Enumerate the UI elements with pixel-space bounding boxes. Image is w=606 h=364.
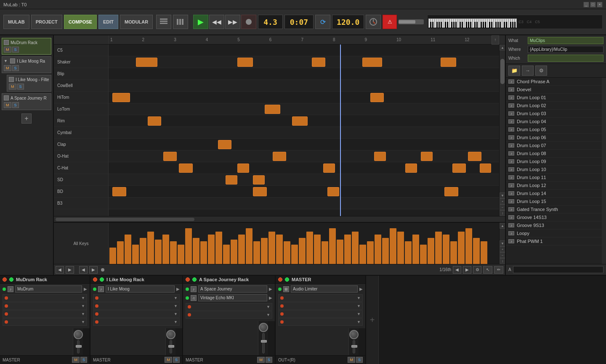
seq-row-c-hat[interactable] [109, 162, 499, 174]
add-rack-button[interactable]: + [21, 113, 32, 124]
space-fader-thumb[interactable] [261, 340, 267, 343]
piano-fit[interactable]: ↕ [500, 258, 505, 264]
moog-fader-track[interactable] [170, 340, 172, 353]
seq-block-8-0[interactable] [218, 140, 231, 149]
space-mute-footer[interactable]: M [257, 357, 265, 363]
forward-button[interactable]: ▶▶ [225, 15, 240, 29]
rp-list-item-4[interactable]: ♪Drum Loop 03 [506, 110, 602, 118]
seq-block-1-4[interactable] [441, 58, 456, 67]
seq-block-1-2[interactable] [312, 58, 325, 67]
rack-item-mudrum[interactable]: MuDrum Rack M S [2, 38, 51, 55]
rack-item-moog-filter[interactable]: I Like Moog - Filte M S [7, 75, 51, 92]
master-knob[interactable] [349, 330, 359, 339]
moog-knob[interactable] [166, 330, 175, 339]
master-solo-footer[interactable]: S [356, 357, 363, 363]
master-fader-track[interactable] [353, 340, 355, 353]
time-display[interactable]: 0:07 [284, 15, 314, 29]
solo-btn-moog-filter[interactable]: S [17, 84, 24, 90]
mudrum-fader-thumb[interactable] [76, 345, 82, 348]
seq-block-1-3[interactable] [362, 58, 382, 67]
seq-row-cymbal[interactable] [109, 127, 499, 139]
master-empty-arrow1[interactable]: ▼ [357, 296, 361, 300]
pencil-tool-btn[interactable]: ✏ [494, 266, 503, 274]
rp-list-item-20[interactable]: ♪Phat PWM 1 [506, 237, 602, 245]
seq-block-10-3[interactable] [405, 164, 417, 173]
seq-block-1-1[interactable] [237, 58, 253, 67]
maximize-btn[interactable]: □ [590, 2, 596, 8]
moog-empty-arrow2[interactable]: ▼ [174, 304, 178, 308]
scroll-thumb[interactable] [500, 59, 505, 84]
seq-row-clap[interactable] [109, 139, 499, 150]
piano-roll-grid[interactable] [109, 223, 499, 264]
position-display[interactable]: 4.3 [258, 15, 283, 29]
rp-search-input[interactable] [513, 266, 603, 273]
record-button[interactable] [241, 15, 256, 29]
seq-block-12-0[interactable] [112, 187, 126, 196]
mini-piano[interactable]: .pk { display:inline-block; } .pkw { wid… [427, 15, 603, 29]
piano-grid-icon[interactable] [156, 15, 171, 29]
play-button[interactable]: ▶ [193, 15, 208, 29]
master-mute-footer[interactable]: M [348, 357, 355, 363]
rp-list-item-8[interactable]: ♪Drum Loop 07 [506, 142, 602, 150]
seq-row-rim[interactable] [109, 115, 499, 127]
where-input[interactable] [528, 46, 603, 53]
mulab-button[interactable]: MULAB [3, 15, 29, 29]
seq-block-1-0[interactable] [136, 58, 157, 67]
empty-arrow4[interactable]: ▼ [81, 320, 85, 324]
rp-settings-icon[interactable]: ⚙ [535, 66, 547, 76]
rp-list-item-12[interactable]: ♪Drum Loop 11 [506, 174, 602, 182]
mudrum-fader-track[interactable] [77, 340, 80, 353]
rewind-button[interactable]: ◀◀ [209, 15, 224, 29]
ch-expand-moog[interactable]: ▶ [176, 287, 180, 291]
moog-solo-footer[interactable]: S [173, 357, 180, 363]
seq-scrollbar-thumb[interactable] [56, 218, 194, 221]
rp-list-item-0[interactable]: ♪Chord Phrase A [506, 78, 602, 86]
rp-list-item-17[interactable]: ♪Groove 14S13 [506, 214, 602, 222]
seq-row-shaker[interactable] [109, 56, 499, 68]
rp-list-item-9[interactable]: ♪Drum Loop 08 [506, 150, 602, 158]
seq-loop-dot[interactable] [101, 268, 104, 272]
solo-btn-moog[interactable]: S [12, 65, 19, 71]
rp-list-item-18[interactable]: ♪Groove 9S13 [506, 222, 602, 229]
seq-block-9-4[interactable] [468, 152, 481, 161]
mute-btn-mudrum[interactable]: M [4, 47, 11, 53]
metronome-button[interactable] [366, 15, 381, 29]
prev-loop-btn[interactable]: ◀ [453, 266, 461, 274]
seq-next2-btn[interactable]: ▶ [89, 266, 98, 274]
seq-row-sd[interactable] [109, 174, 499, 186]
empty-arrow3[interactable]: ▼ [81, 312, 85, 316]
piano-scroll-down[interactable]: ▼ [500, 240, 505, 246]
seq-block-10-2[interactable] [323, 164, 335, 173]
project-button[interactable]: PROJECT [31, 15, 62, 29]
seq-block-6-0[interactable] [148, 116, 161, 126]
space-solo-footer[interactable]: S [266, 357, 272, 363]
piano-zoom-in[interactable]: + [500, 246, 505, 252]
space-empty-arrow1[interactable]: ▼ [266, 305, 270, 309]
rp-arrow-icon[interactable]: → [522, 66, 534, 76]
seq-block-11-0[interactable] [226, 175, 237, 185]
zoom-out-btn[interactable]: − [500, 204, 505, 210]
edit-button[interactable]: EDIT [98, 15, 118, 29]
ch-expand-vintage[interactable]: ▶ [269, 295, 272, 300]
scroll-down-icon[interactable]: ▼ [500, 193, 505, 198]
mudrum-solo-footer[interactable]: S [80, 357, 87, 363]
rp-scrollbar[interactable] [602, 78, 606, 264]
master-empty-arrow2[interactable]: ▼ [357, 304, 361, 308]
master-empty-arrow3[interactable]: ▼ [357, 312, 361, 316]
expand-icon-moog[interactable]: ▼ [4, 59, 8, 63]
piano-zoom-out[interactable]: − [500, 252, 505, 258]
master-fader-thumb[interactable] [351, 345, 357, 348]
add-mixer-rack-button[interactable]: + [366, 276, 379, 364]
zoom-in-btn[interactable]: + [500, 198, 505, 204]
ch-expand-space[interactable]: ▶ [269, 287, 272, 291]
seq-row-c5[interactable] [109, 45, 499, 56]
rp-list-item-19[interactable]: ♪Loopy [506, 229, 602, 237]
seq-row-lotom[interactable] [109, 103, 499, 115]
mute-btn-moog[interactable]: M [4, 65, 11, 71]
seq-block-9-1[interactable] [273, 152, 286, 161]
rp-folder-icon[interactable]: 📁 [508, 66, 520, 76]
piano-roll-scrollbar[interactable]: ▲ ▼ + − ↕ [499, 223, 505, 264]
seq-next-btn[interactable]: ▶ [66, 266, 74, 274]
seq-block-10-5[interactable] [480, 164, 492, 173]
rp-list-item-5[interactable]: ♪Drum Loop 04 [506, 118, 602, 126]
